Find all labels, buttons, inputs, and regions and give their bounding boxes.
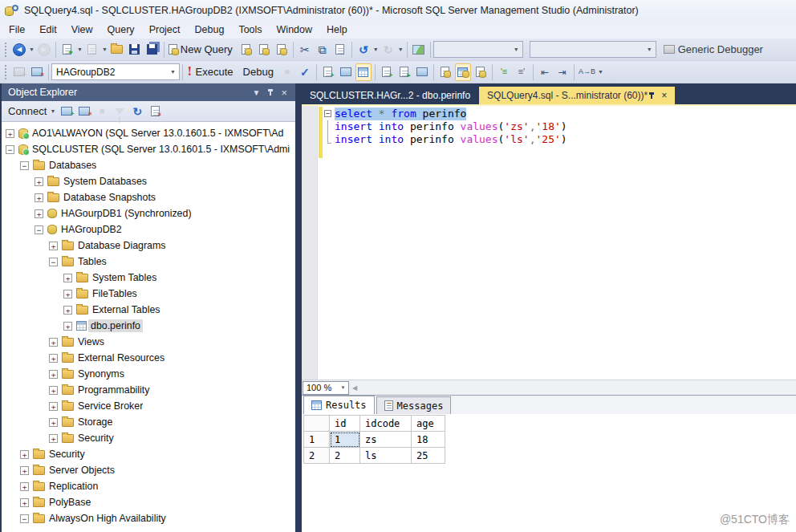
grid-column-header[interactable]: age <box>412 416 445 432</box>
collapse-icon[interactable]: − <box>324 110 331 117</box>
tree-item[interactable]: +Database Diagrams <box>2 238 295 254</box>
menu-file[interactable]: File <box>2 22 32 38</box>
expand-toggle[interactable]: + <box>6 129 14 138</box>
tab-pin-icon[interactable] <box>648 90 656 101</box>
tree-item[interactable]: +System Databases <box>2 173 295 189</box>
new-mdx-query-button[interactable] <box>238 41 254 59</box>
menu-help[interactable]: Help <box>319 22 355 38</box>
expand-toggle[interactable]: + <box>20 466 29 475</box>
include-actual-execution-plan-button[interactable] <box>338 63 354 81</box>
tree-item[interactable]: −SQLCLUSTER (SQL Server 13.0.1601.5 - IX… <box>2 141 295 157</box>
new-project-dropdown-icon[interactable]: ▼ <box>77 47 83 52</box>
navigate-forward-button[interactable]: ▶ <box>36 41 52 59</box>
grid-column-header[interactable]: idcode <box>360 416 412 432</box>
connect-button[interactable]: + <box>11 63 27 81</box>
change-case-button[interactable]: A→B <box>578 63 596 81</box>
tree-item[interactable]: +Database Snapshots <box>2 189 295 205</box>
grid-cell[interactable]: ls <box>360 448 412 464</box>
code-line-2[interactable]: insert into perinfo values('zs','18') <box>324 120 796 133</box>
menu-project[interactable]: Project <box>142 22 188 38</box>
grid-row-header[interactable]: 2 <box>304 448 330 464</box>
increase-indent-button[interactable]: ⇥ <box>554 63 571 81</box>
undo-dropdown-icon[interactable]: ▼ <box>373 47 379 52</box>
results-to-file-button[interactable] <box>473 63 489 81</box>
outlining-margin[interactable]: − <box>324 108 335 120</box>
grid-cell[interactable]: 18 <box>412 432 445 448</box>
copy-button[interactable]: ⧉ <box>315 41 331 59</box>
expand-toggle[interactable]: + <box>20 498 29 507</box>
filter-button[interactable] <box>112 103 128 120</box>
include-client-statistics-button[interactable]: + <box>379 63 395 81</box>
hscroll-left-icon[interactable]: ◀ <box>349 381 360 395</box>
available-databases-combo[interactable]: HAGroupDB2 ▼ <box>51 63 180 80</box>
cut-button[interactable]: ✂ <box>297 41 313 59</box>
grid-row-header[interactable]: 1 <box>304 432 330 448</box>
add-item-button[interactable] <box>84 41 100 59</box>
expand-toggle[interactable]: + <box>49 242 58 250</box>
expand-toggle[interactable]: + <box>49 402 58 411</box>
toolbar-grip[interactable] <box>4 42 8 58</box>
undo-button[interactable]: ↺ <box>355 41 372 59</box>
tree-item[interactable]: +FileTables <box>2 286 295 302</box>
expand-toggle[interactable]: + <box>49 434 58 443</box>
open-file-button[interactable] <box>109 41 125 59</box>
new-xmla-query-button[interactable] <box>274 41 290 59</box>
disconnect-server-button[interactable]: × <box>76 103 92 120</box>
menu-window[interactable]: Window <box>270 22 319 38</box>
expand-toggle[interactable]: + <box>35 193 43 202</box>
parse-button[interactable]: ✓ <box>297 63 313 81</box>
tree-item[interactable]: +Security <box>2 430 295 446</box>
expand-toggle[interactable]: + <box>49 370 58 379</box>
new-dmx-query-button[interactable] <box>256 41 272 59</box>
save-all-button[interactable] <box>144 41 160 59</box>
include-live-query-statistics-button[interactable] <box>355 63 372 81</box>
new-query-button[interactable]: New Query <box>168 41 237 59</box>
tree-item[interactable]: −HAGroupDB2 <box>2 221 295 238</box>
window-position-icon[interactable]: ▼ <box>253 88 261 97</box>
expand-toggle[interactable]: + <box>49 386 58 395</box>
grid-cell[interactable]: 1 <box>330 432 360 448</box>
document-tab-2[interactable]: SQLQuery4.sql - S...ministrator (60))*× <box>479 87 675 104</box>
expand-toggle[interactable]: + <box>49 354 58 363</box>
generic-debugger-button[interactable]: Generic Debugger <box>663 41 767 59</box>
paste-button[interactable] <box>332 41 348 59</box>
expand-toggle[interactable]: + <box>35 209 43 218</box>
expand-toggle[interactable]: − <box>20 161 29 170</box>
tree-item[interactable]: +Synonyms <box>2 366 295 382</box>
tree-item[interactable]: +PolyBase <box>2 494 295 510</box>
tree-item[interactable]: −Tables <box>2 254 295 270</box>
connect-menu-button[interactable]: Connect ▼ <box>7 103 57 120</box>
grid-column-header[interactable]: id <box>330 416 360 432</box>
uncomment-button[interactable]: ≡' <box>514 63 530 81</box>
combo-dropdown-icon[interactable]: ▼ <box>167 64 179 79</box>
tree-item[interactable]: +Replication <box>2 478 295 494</box>
expand-toggle[interactable]: + <box>63 322 72 331</box>
editor-zoom-combo[interactable]: 100 % ▼ <box>303 381 349 395</box>
add-item-dropdown-icon[interactable]: ▼ <box>102 47 108 52</box>
stop-button[interactable]: ■ <box>94 103 110 120</box>
outlining-margin[interactable] <box>324 120 335 133</box>
comment-out-button[interactable]: '≡ <box>496 63 512 81</box>
debug-button[interactable]: Debug <box>239 63 278 81</box>
tree-item[interactable]: +External Resources <box>2 350 295 366</box>
cancel-query-button[interactable]: ■ <box>279 63 295 81</box>
outlining-margin[interactable] <box>324 133 335 146</box>
tree-item[interactable]: +AO1\ALWAYON (SQL Server 13.0.1601.5 - I… <box>2 125 295 141</box>
tree-item[interactable]: +Storage <box>2 414 295 430</box>
execute-button[interactable]: ! Execute <box>186 63 238 81</box>
tree-item[interactable]: +External Tables <box>2 302 295 318</box>
grid-cell[interactable]: zs <box>360 432 412 448</box>
refresh-button[interactable]: ↻ <box>129 103 145 120</box>
results-to-grid-button[interactable] <box>455 63 471 81</box>
tree-item[interactable]: +System Tables <box>2 270 295 286</box>
expand-toggle[interactable]: − <box>20 514 29 523</box>
navigate-backward-button[interactable]: ◀ <box>11 41 27 59</box>
grid-cell[interactable]: 25 <box>412 448 445 464</box>
panel-splitter[interactable] <box>295 83 302 532</box>
error-logs-button[interactable]: × <box>147 103 163 120</box>
tree-item[interactable]: +dbo.perinfo <box>2 318 295 334</box>
combo-dropdown-icon[interactable]: ▼ <box>510 42 522 57</box>
query-editor[interactable]: −select * from perinfoinsert into perinf… <box>302 106 796 380</box>
expand-toggle[interactable]: + <box>20 482 29 491</box>
back-dropdown-icon[interactable]: ▼ <box>29 47 35 52</box>
